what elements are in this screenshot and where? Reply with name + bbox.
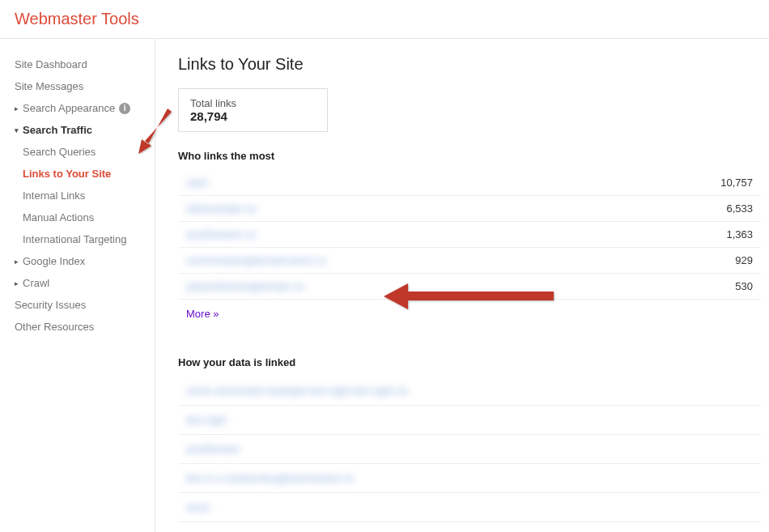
sidebar-item-label: Internal Links <box>23 189 85 202</box>
sidebar-item-site-dashboard[interactable]: Site Dashboard <box>0 53 155 75</box>
sidebar-item-label: International Targeting <box>23 233 126 245</box>
sidebar: Site Dashboard Site Messages Search Appe… <box>0 39 155 532</box>
list-item: short <box>178 493 761 522</box>
sidebar-item-label: Crawl <box>23 277 49 289</box>
sidebar-item-label: Google Index <box>23 255 85 267</box>
anchor-text[interactable]: this is a mediumlengthanchortext co <box>186 472 354 484</box>
how-linked-list: some anchortext example text right text … <box>178 377 761 522</box>
sidebar-item-label: Site Dashboard <box>15 58 87 70</box>
sidebar-item-label: Search Traffic <box>23 124 92 136</box>
sidebar-item-site-messages[interactable]: Site Messages <box>0 75 155 97</box>
list-item: some anchortext example text right text … <box>178 377 761 406</box>
more-link-who[interactable]: More » <box>178 300 227 328</box>
sidebar-item-label: Security Issues <box>15 299 86 311</box>
count-cell: 530 <box>623 274 761 300</box>
more-link-how[interactable]: More » <box>178 522 227 532</box>
domain-cell[interactable]: anotherdom co <box>178 222 623 248</box>
list-item: text right <box>178 406 761 435</box>
list-item: this is a mediumlengthanchortext co <box>178 464 761 493</box>
sidebar-item-manual-actions[interactable]: Manual Actions <box>0 206 155 228</box>
sidebar-item-google-index[interactable]: Google Index <box>0 250 155 272</box>
who-links-title: Who links the most <box>178 150 761 162</box>
sidebar-item-label: Search Queries <box>23 146 96 158</box>
sidebar-item-search-queries[interactable]: Search Queries <box>0 141 155 163</box>
domain-cell[interactable]: siteexample co <box>178 196 623 222</box>
list-item: anothertext <box>178 435 761 464</box>
page-title: Links to Your Site <box>178 55 761 74</box>
domain-cell[interactable]: yetanotherlongdomain co <box>178 274 623 300</box>
total-links-box: Total links 28,794 <box>178 88 328 132</box>
table-row: yetanotherlongdomain co 530 <box>178 274 761 300</box>
sidebar-item-internal-links[interactable]: Internal Links <box>0 185 155 206</box>
container: Site Dashboard Site Messages Search Appe… <box>0 39 769 532</box>
sidebar-item-search-traffic[interactable]: Search Traffic <box>0 119 155 141</box>
header: Webmaster Tools <box>0 0 769 39</box>
sidebar-item-label: Links to Your Site <box>23 168 111 180</box>
sidebar-item-label: Manual Actions <box>23 211 94 223</box>
count-cell: 929 <box>623 248 761 274</box>
anchor-text[interactable]: some anchortext example text right text … <box>186 385 408 397</box>
sidebar-item-label: Site Messages <box>15 80 83 92</box>
sidebar-item-other-resources[interactable]: Other Resources <box>0 316 155 338</box>
total-links-value: 28,794 <box>190 109 316 123</box>
sidebar-item-label: Search Appearance <box>23 102 115 114</box>
sidebar-item-international-targeting[interactable]: International Targeting <box>0 228 155 250</box>
sidebar-item-crawl[interactable]: Crawl <box>0 272 155 294</box>
count-cell: 10,757 <box>623 170 761 196</box>
table-row: someverylongdomainname co 929 <box>178 248 761 274</box>
sidebar-item-label: Other Resources <box>15 321 94 333</box>
table-row: site1 10,757 <box>178 170 761 196</box>
anchor-text[interactable]: anothertext <box>186 443 239 455</box>
main-content: Links to Your Site Total links 28,794 Wh… <box>155 39 769 532</box>
table-row: anotherdom co 1,363 <box>178 222 761 248</box>
count-cell: 1,363 <box>623 222 761 248</box>
domain-cell[interactable]: site1 <box>178 170 623 196</box>
anchor-text[interactable]: short <box>186 501 210 513</box>
anchor-text[interactable]: text right <box>186 414 227 426</box>
total-links-label: Total links <box>190 97 316 109</box>
sidebar-item-links-to-your-site[interactable]: Links to Your Site <box>0 163 155 185</box>
count-cell: 6,533 <box>623 196 761 222</box>
sidebar-item-search-appearance[interactable]: Search Appearance i <box>0 97 155 119</box>
table-row: siteexample co 6,533 <box>178 196 761 222</box>
info-icon[interactable]: i <box>119 103 130 114</box>
sidebar-item-security-issues[interactable]: Security Issues <box>0 294 155 316</box>
domain-cell[interactable]: someverylongdomainname co <box>178 248 623 274</box>
app-title: Webmaster Tools <box>15 10 754 28</box>
who-links-table: site1 10,757 siteexample co 6,533 anothe… <box>178 170 761 300</box>
how-linked-title: How your data is linked <box>178 356 761 368</box>
